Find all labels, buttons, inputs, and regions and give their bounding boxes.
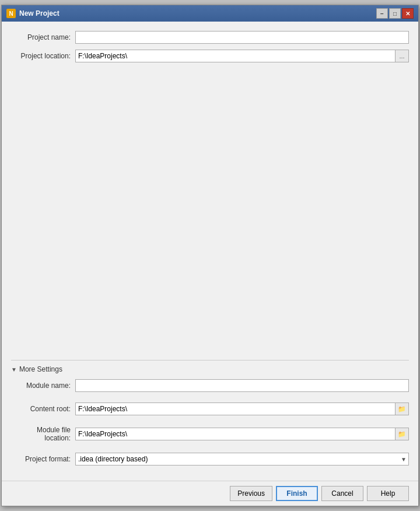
module-name-label: Module name: <box>11 382 75 390</box>
project-location-row: Project location: ... <box>11 50 409 62</box>
window-title: New Project <box>19 9 376 18</box>
content-root-input[interactable] <box>75 402 395 415</box>
project-format-select[interactable]: .idea (directory based) .ipr (file based… <box>75 453 409 466</box>
new-project-window: N New Project − □ ✕ Project name: Projec… <box>1 5 419 506</box>
content-root-row: Content root: 📁 <box>11 402 409 415</box>
project-format-row: Project format: .idea (directory based) … <box>11 453 409 466</box>
minimize-button[interactable]: − <box>376 8 388 19</box>
more-settings-label: More Settings <box>19 365 62 373</box>
project-location-browse-button[interactable]: ... <box>395 50 409 62</box>
project-format-label: Project format: <box>11 455 75 463</box>
help-button[interactable]: Help <box>367 486 409 501</box>
title-bar: N New Project − □ ✕ <box>2 5 418 22</box>
finish-button[interactable]: Finish <box>276 486 318 501</box>
module-file-location-input[interactable] <box>75 428 395 440</box>
module-name-row: Module name: <box>11 379 409 392</box>
project-name-label: Project name: <box>11 33 75 41</box>
more-settings-section: ▼ More Settings Module name: Content roo… <box>11 360 409 471</box>
project-location-label: Project location: <box>11 52 75 60</box>
content-root-field: 📁 <box>75 402 409 415</box>
project-name-input[interactable] <box>75 31 409 44</box>
more-settings-toggle[interactable]: ▼ More Settings <box>11 365 409 373</box>
project-location-input[interactable] <box>75 50 395 62</box>
title-buttons: − □ ✕ <box>376 8 414 19</box>
previous-button[interactable]: Previous <box>230 486 272 501</box>
more-settings-content: Module name: Content root: 📁 Module file… <box>11 379 409 471</box>
module-file-location-label: Module file location: <box>11 426 75 442</box>
content-root-browse-button[interactable]: 📁 <box>395 402 409 415</box>
maximize-button[interactable]: □ <box>389 8 401 19</box>
module-file-location-field: 📁 <box>75 428 409 440</box>
content-root-label: Content root: <box>11 405 75 413</box>
module-name-input[interactable] <box>75 379 409 392</box>
module-file-location-browse-button[interactable]: 📁 <box>395 428 409 440</box>
window-icon: N <box>6 9 16 18</box>
project-format-select-wrapper: .idea (directory based) .ipr (file based… <box>75 453 409 466</box>
cancel-button[interactable]: Cancel <box>321 486 363 501</box>
content-spacer <box>11 68 409 360</box>
footer: Previous Finish Cancel Help <box>2 481 418 506</box>
expand-icon: ▼ <box>11 366 17 373</box>
project-name-row: Project name: <box>11 31 409 44</box>
project-location-field: ... <box>75 50 409 62</box>
content-area: Project name: Project location: ... ▼ Mo… <box>2 22 418 481</box>
module-file-location-row: Module file location: 📁 <box>11 426 409 442</box>
close-button[interactable]: ✕ <box>402 8 414 19</box>
